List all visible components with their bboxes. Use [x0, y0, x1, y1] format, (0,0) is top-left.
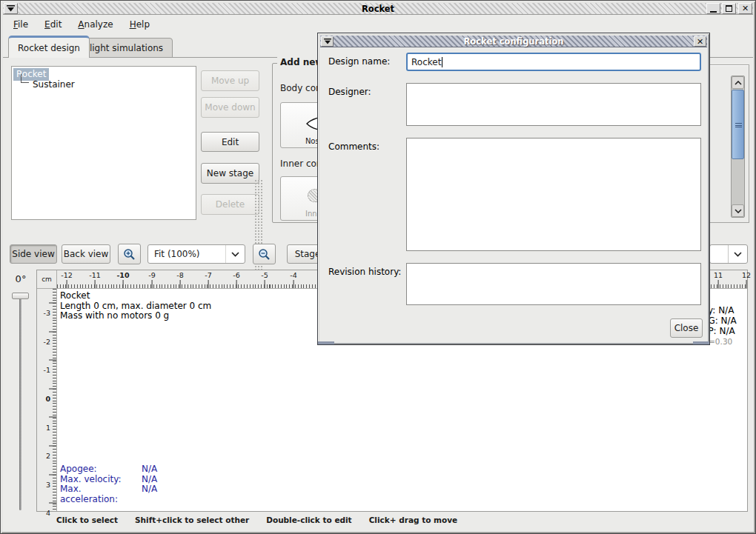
dialog-close-action-button[interactable]: Close: [670, 318, 703, 338]
delete-button[interactable]: Delete: [201, 194, 259, 215]
design-name-input[interactable]: Rocket: [406, 53, 701, 71]
text-caret: [442, 57, 442, 67]
flight-data-summary: Apogee:N/A Max. velocity:N/A Max. accele…: [60, 464, 157, 504]
zoom-in-button[interactable]: [118, 244, 141, 264]
revision-history-textarea[interactable]: [406, 263, 701, 305]
revision-history-label: Revision history:: [328, 267, 401, 277]
zoom-out-button[interactable]: [253, 244, 276, 264]
side-view-button[interactable]: Side view: [10, 244, 57, 264]
vertical-scrollbar[interactable]: [731, 76, 745, 218]
designer-label: Designer:: [328, 87, 371, 97]
comments-label: Comments:: [328, 141, 379, 152]
tab-rocket-design[interactable]: Rocket design: [8, 36, 90, 58]
tree-connector-line: [21, 74, 29, 83]
window-title: Rocket: [3, 4, 753, 14]
tree-item-sustainer[interactable]: Sustainer: [31, 79, 76, 90]
main-titlebar[interactable]: Rocket ✕: [3, 3, 753, 15]
dialog-titlebar[interactable]: Rocket configuration ✕: [320, 36, 707, 47]
stage-selector-combobox[interactable]: [709, 244, 748, 264]
thumb-grip: [735, 123, 742, 127]
menu-help[interactable]: Help: [127, 18, 153, 31]
scroll-up-button[interactable]: [732, 76, 744, 89]
rotation-slider-handle[interactable]: [12, 293, 29, 299]
menu-analyze[interactable]: Analyze: [75, 18, 116, 31]
rotation-slider-track[interactable]: [19, 297, 21, 510]
maximize-icon: [726, 5, 732, 12]
status-hints: Click to select Shift+click to select ot…: [56, 515, 457, 524]
component-tree[interactable]: Rocket Sustainer: [11, 66, 196, 220]
resize-grip-right[interactable]: [693, 341, 709, 344]
scrollbar-thumb[interactable]: [732, 90, 744, 159]
component-list-panel: [708, 64, 749, 223]
rocket-configuration-dialog: Rocket configuration ✕ Design name: Rock…: [317, 33, 710, 345]
chevron-down-icon: [735, 209, 742, 213]
move-down-button[interactable]: Move down: [201, 97, 259, 118]
scroll-down-button[interactable]: [732, 204, 744, 217]
back-view-button[interactable]: Back view: [62, 244, 110, 264]
comments-textarea[interactable]: [406, 138, 701, 251]
menu-edit[interactable]: Edit: [42, 18, 64, 31]
design-name-label: Design name:: [328, 56, 390, 67]
ruler-unit-label: cm: [37, 270, 57, 289]
new-stage-button[interactable]: New stage: [201, 163, 259, 184]
move-up-button[interactable]: Move up: [201, 70, 259, 91]
maximize-button[interactable]: [722, 3, 736, 14]
minimize-button[interactable]: [706, 3, 720, 14]
chevron-down-icon: [231, 252, 239, 257]
close-icon: ✕: [742, 4, 749, 13]
edit-button[interactable]: Edit: [201, 132, 259, 152]
vertical-ruler: -3 -2 -1 0 1 2 3 4: [37, 289, 57, 511]
zoom-in-icon: [123, 248, 136, 261]
dialog-close-button[interactable]: ✕: [694, 36, 706, 47]
zoom-level-combobox[interactable]: Fit (100%): [147, 244, 245, 264]
menubar: File Edit Analyze Help: [3, 16, 753, 33]
close-button[interactable]: ✕: [738, 3, 752, 14]
chevron-up-icon: [735, 81, 742, 85]
chevron-down-icon: [734, 252, 742, 257]
dialog-title: Rocket configuration: [320, 36, 707, 47]
menu-file[interactable]: File: [10, 18, 31, 31]
resize-grip-left[interactable]: [318, 341, 334, 344]
close-icon: ✕: [697, 38, 703, 46]
rotation-angle-label: 0°: [10, 273, 32, 284]
minimize-icon: [710, 11, 717, 13]
rocket-summary: Rocket Length 0 cm, max. diameter 0 cm M…: [60, 291, 211, 321]
zoom-out-icon: [258, 248, 271, 261]
designer-textarea[interactable]: [406, 83, 701, 126]
